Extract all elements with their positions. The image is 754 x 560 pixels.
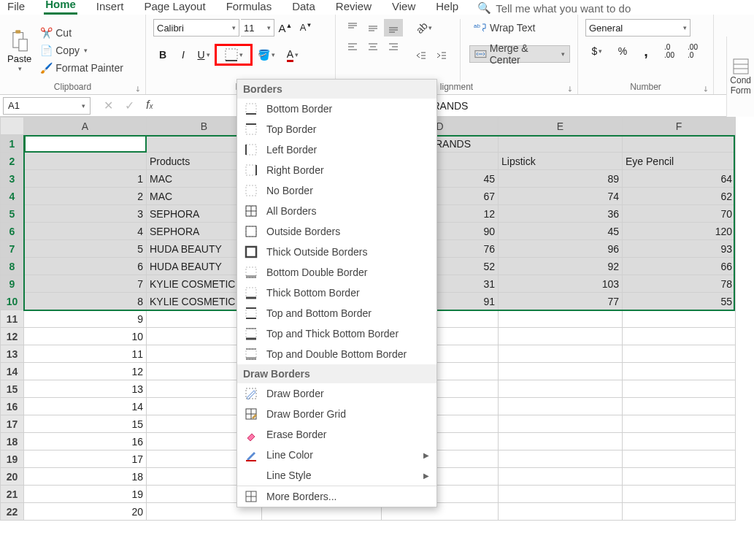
cell-F5[interactable]: 70 — [623, 205, 736, 223]
cell-F14[interactable] — [623, 363, 736, 380]
row-8-header[interactable]: 8 — [1, 258, 24, 275]
cell-E16[interactable] — [499, 398, 623, 415]
cell-A22[interactable]: 20 — [24, 503, 147, 521]
percent-button[interactable]: % — [613, 42, 632, 60]
tab-view[interactable]: View — [391, 0, 417, 15]
cell-E1[interactable] — [499, 135, 623, 153]
border-item-no-border[interactable]: No Border — [237, 180, 436, 201]
line-style-menu-item[interactable]: Line Style▶ — [237, 465, 436, 486]
increase-indent-button[interactable] — [432, 47, 451, 64]
accounting-format-button[interactable]: $▾ — [585, 42, 609, 60]
select-all-corner[interactable] — [1, 118, 24, 135]
align-top-button[interactable] — [343, 19, 362, 37]
fx-button[interactable]: fx — [146, 99, 153, 112]
cell-F22[interactable] — [623, 503, 736, 521]
cell-A3[interactable]: 1 — [24, 170, 147, 188]
increase-font-button[interactable]: A▲ — [276, 19, 295, 37]
cell-F4[interactable]: 62 — [623, 188, 736, 205]
cell-E2[interactable]: Lipstick — [499, 153, 623, 170]
cell-E3[interactable]: 89 — [499, 170, 623, 188]
border-item-top-and-thick-bottom-border[interactable]: Top and Thick Bottom Border — [237, 323, 436, 344]
cell-E12[interactable] — [499, 328, 623, 345]
decrease-decimal-button[interactable]: .00.0 — [683, 42, 702, 60]
row-11-header[interactable]: 11 — [1, 310, 24, 328]
cell-E13[interactable] — [499, 345, 623, 363]
cell-E7[interactable]: 96 — [499, 240, 623, 258]
border-item-all-borders[interactable]: All Borders — [237, 201, 436, 221]
increase-decimal-button[interactable]: .0.00 — [660, 42, 679, 60]
row-6-header[interactable]: 6 — [1, 223, 24, 240]
dialog-launcher-icon[interactable]: ↘ — [133, 84, 142, 93]
cell-A15[interactable]: 13 — [24, 380, 147, 398]
tab-help[interactable]: Help — [434, 0, 460, 15]
tab-data[interactable]: Data — [291, 0, 317, 15]
align-left-button[interactable] — [343, 38, 362, 55]
col-E-header[interactable]: E — [499, 118, 623, 135]
cell-A8[interactable]: 6 — [24, 258, 147, 275]
border-item-top-and-bottom-border[interactable]: Top and Bottom Border — [237, 303, 436, 323]
row-14-header[interactable]: 14 — [1, 363, 24, 380]
cell-A7[interactable]: 5 — [24, 240, 147, 258]
draw-border-item-draw-border-grid[interactable]: Draw Border Grid — [237, 404, 436, 424]
row-15-header[interactable]: 15 — [1, 380, 24, 398]
cell-E5[interactable]: 36 — [499, 205, 623, 223]
cell-E11[interactable] — [499, 310, 623, 328]
font-name-select[interactable]: Calibri▾ — [153, 19, 239, 37]
cell-A19[interactable]: 17 — [24, 450, 147, 468]
cancel-formula-button[interactable]: ✕ — [104, 99, 113, 112]
cell-A21[interactable]: 19 — [24, 486, 147, 503]
border-item-bottom-border[interactable]: Bottom Border — [237, 99, 436, 119]
font-size-select[interactable]: 11▾ — [241, 19, 274, 37]
border-item-bottom-double-border[interactable]: Bottom Double Border — [237, 262, 436, 283]
col-F-header[interactable]: F — [623, 118, 736, 135]
decrease-indent-button[interactable] — [412, 47, 431, 64]
row-22-header[interactable]: 22 — [1, 503, 24, 521]
cell-F3[interactable]: 64 — [623, 170, 736, 188]
cell-E18[interactable] — [499, 433, 623, 450]
cell-F1[interactable] — [623, 135, 736, 153]
row-5-header[interactable]: 5 — [1, 205, 24, 223]
tell-me[interactable]: 🔍 Tell me what you want to do — [477, 1, 631, 15]
cell-A2[interactable] — [24, 153, 147, 170]
cell-F16[interactable] — [623, 398, 736, 415]
paste-button[interactable]: Paste ▾ — [7, 29, 31, 72]
cell-E10[interactable]: 77 — [499, 293, 623, 310]
row-20-header[interactable]: 20 — [1, 468, 24, 486]
cell-F20[interactable] — [623, 468, 736, 486]
cell-E15[interactable] — [499, 380, 623, 398]
name-box[interactable]: A1▾ — [3, 97, 91, 115]
row-3-header[interactable]: 3 — [1, 170, 24, 188]
border-item-thick-outside-borders[interactable]: Thick Outside Borders — [237, 242, 436, 262]
cell-F21[interactable] — [623, 486, 736, 503]
align-center-button[interactable] — [363, 38, 382, 55]
cell-F11[interactable] — [623, 310, 736, 328]
cell-E4[interactable]: 74 — [499, 188, 623, 205]
border-item-left-border[interactable]: Left Border — [237, 139, 436, 160]
cell-F2[interactable]: Eye Pencil — [623, 153, 736, 170]
row-21-header[interactable]: 21 — [1, 486, 24, 503]
line-color-menu-item[interactable]: Line Color▶ — [237, 445, 436, 465]
cell-F10[interactable]: 55 — [623, 293, 736, 310]
cut-button[interactable]: ✂️Cut — [36, 25, 128, 41]
row-17-header[interactable]: 17 — [1, 415, 24, 433]
cell-A18[interactable]: 16 — [24, 433, 147, 450]
enter-formula-button[interactable]: ✓ — [125, 99, 134, 112]
cell-E21[interactable] — [499, 486, 623, 503]
cell-A12[interactable]: 10 — [24, 328, 147, 345]
number-format-select[interactable]: General▾ — [585, 19, 690, 37]
cell-A20[interactable]: 18 — [24, 468, 147, 486]
align-middle-button[interactable] — [363, 19, 382, 37]
col-A-header[interactable]: A — [24, 118, 147, 135]
cell-A1[interactable] — [24, 135, 147, 153]
dialog-launcher-icon[interactable]: ↘ — [565, 84, 574, 93]
row-16-header[interactable]: 16 — [1, 398, 24, 415]
cell-F18[interactable] — [623, 433, 736, 450]
row-10-header[interactable]: 10 — [1, 293, 24, 310]
cell-A9[interactable]: 7 — [24, 275, 147, 293]
cell-E6[interactable]: 45 — [499, 223, 623, 240]
cell-F17[interactable] — [623, 415, 736, 433]
cell-F6[interactable]: 120 — [623, 223, 736, 240]
cell-E17[interactable] — [499, 415, 623, 433]
tab-review[interactable]: Review — [334, 0, 373, 15]
cell-A17[interactable]: 15 — [24, 415, 147, 433]
